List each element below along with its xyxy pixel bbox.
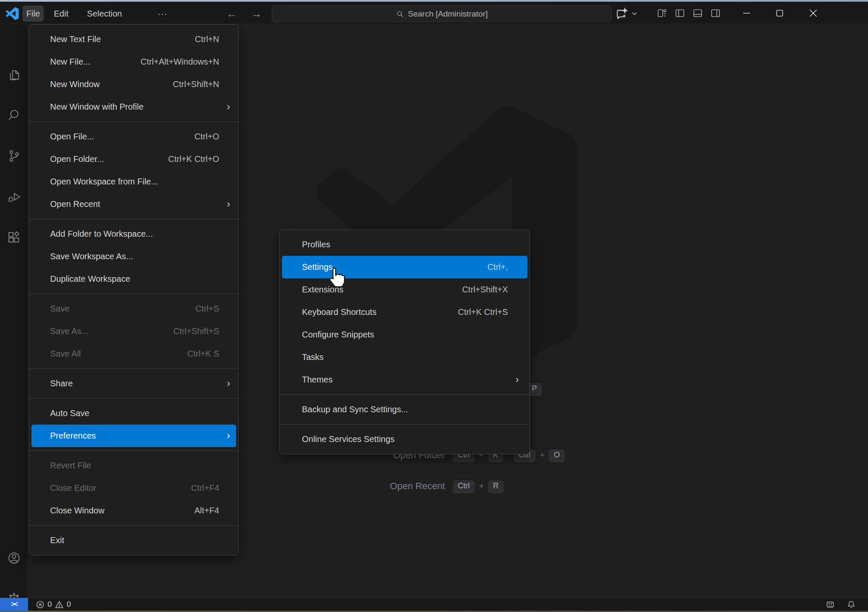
menu-item-new-window-with-profile[interactable]: New Window with Profile › <box>31 96 236 118</box>
menu-file[interactable]: File <box>23 6 44 22</box>
vscode-logo-icon <box>6 7 19 20</box>
menu-item-share[interactable]: Share › <box>31 372 236 395</box>
plus-separator: + <box>540 450 544 460</box>
navigate-forward-icon[interactable]: → <box>248 5 265 22</box>
menu-item-open-folder[interactable]: Open Folder... Ctrl+K Ctrl+O › <box>31 148 236 170</box>
search-sidebar-icon[interactable] <box>7 108 21 122</box>
menu-item-duplicate-workspace[interactable]: Duplicate Workspace › <box>31 268 236 290</box>
menu-item-label: Close Editor <box>50 483 181 493</box>
menu-item-label: New Window with Profile <box>50 102 209 112</box>
file-menu-dropdown: New Text File Ctrl+N › New File... Ctrl+… <box>29 24 239 555</box>
menu-item-label: Themes <box>302 375 498 385</box>
menu-item-label: Open Workspace from File... <box>50 177 209 187</box>
remote-indicator-button[interactable]: >< <box>0 598 28 611</box>
menu-item-themes[interactable]: Themes › <box>282 368 527 391</box>
mouse-cursor-hand <box>328 267 346 287</box>
menu-more[interactable]: ··· <box>151 6 175 22</box>
title-bar: File Edit Selection ··· ← → Search [Admi… <box>0 2 868 24</box>
source-control-icon[interactable] <box>7 149 21 163</box>
robot-icon[interactable] <box>825 599 835 609</box>
layout-controls <box>657 8 721 19</box>
menu-item-shortcut: Ctrl+S <box>195 304 219 314</box>
menu-item-label: New File... <box>50 57 130 67</box>
keycap: O <box>549 448 565 462</box>
menu-item-label: Keyboard Shortcuts <box>302 307 448 317</box>
run-debug-icon[interactable] <box>7 190 21 204</box>
menu-item-preferences[interactable]: Preferences › <box>31 425 236 447</box>
search-input[interactable]: Search [Administrator] <box>272 6 612 22</box>
menu-item-open-recent[interactable]: Open Recent › <box>31 193 236 215</box>
menu-item-revert-file: Revert File › <box>31 454 236 477</box>
menu-item-label: Configure Snippets <box>302 330 498 340</box>
close-button[interactable] <box>797 2 829 24</box>
menu-item-close-editor: Close Editor Ctrl+F4 › <box>31 477 236 499</box>
menu-edit[interactable]: Edit <box>48 6 74 22</box>
menu-item-shortcut: Ctrl+Alt+Windows+N <box>141 57 219 67</box>
close-icon <box>809 8 818 18</box>
search-placeholder: Search [Administrator] <box>408 9 488 19</box>
menu-item-new-file[interactable]: New File... Ctrl+Alt+Windows+N › <box>31 51 236 73</box>
toggle-primary-sidebar-icon[interactable] <box>674 8 685 19</box>
menu-item-label: Open Recent <box>50 199 209 209</box>
menu-selection[interactable]: Selection <box>80 6 129 22</box>
menu-item-shortcut: Ctrl+K S <box>187 349 219 359</box>
menu-item-open-workspace-from-file[interactable]: Open Workspace from File... › <box>31 170 236 193</box>
menu-item-configure-snippets[interactable]: Configure Snippets › <box>282 323 527 346</box>
menu-item-shortcut: Ctrl+N <box>195 34 219 44</box>
menu-item-extensions[interactable]: Extensions Ctrl+Shift+X › <box>282 278 527 301</box>
menu-item-open-file[interactable]: Open File... Ctrl+O › <box>31 125 236 148</box>
menu-item-label: Auto Save <box>50 408 209 418</box>
errors-icon <box>36 600 45 609</box>
menu-item-shortcut: Ctrl+, <box>488 262 508 272</box>
submenu-chevron-icon: › <box>219 101 230 113</box>
menu-item-close-window[interactable]: Close Window Alt+F4 › <box>31 499 236 522</box>
screen-top-edge <box>0 0 868 2</box>
menu-item-label: Duplicate Workspace <box>50 274 209 284</box>
menu-item-add-folder-to-workspace[interactable]: Add Folder to Workspace... › <box>31 223 236 245</box>
menu-item-new-text-file[interactable]: New Text File Ctrl+N › <box>31 28 236 51</box>
navigate-back-icon[interactable]: ← <box>223 5 240 22</box>
toggle-secondary-sidebar-icon[interactable] <box>710 8 721 19</box>
menu-item-online-services-settings[interactable]: Online Services Settings › <box>282 428 527 450</box>
menu-item-label: Backup and Sync Settings... <box>302 405 498 414</box>
menu-item-new-window[interactable]: New Window Ctrl+Shift+N › <box>31 73 236 96</box>
menu-separator <box>29 368 238 369</box>
menu-item-profiles[interactable]: Profiles › <box>282 233 527 256</box>
extensions-icon[interactable] <box>7 230 21 245</box>
menu-separator <box>29 122 238 122</box>
status-bar: >< 0 0 <box>0 598 868 611</box>
warning-count: 0 <box>67 600 71 609</box>
account-icon[interactable] <box>7 551 21 565</box>
menu-item-label: Online Services Settings <box>302 434 498 444</box>
menu-item-label: Tasks <box>302 352 498 362</box>
menu-item-save-workspace-as[interactable]: Save Workspace As... › <box>31 245 236 268</box>
submenu-chevron-icon: › <box>219 198 230 210</box>
menu-item-label: Preferences <box>50 431 209 441</box>
menu-item-label: Save All <box>50 349 177 359</box>
copilot-button[interactable] <box>615 6 639 21</box>
menu-item-settings[interactable]: Settings Ctrl+, › <box>282 256 527 278</box>
menu-item-exit[interactable]: Exit › <box>31 529 236 552</box>
error-count: 0 <box>48 600 52 609</box>
menu-item-tasks[interactable]: Tasks › <box>282 346 527 368</box>
minimize-button[interactable] <box>730 2 763 24</box>
menu-item-label: Revert File <box>50 461 209 470</box>
toggle-panel-icon[interactable] <box>692 8 703 19</box>
menu-item-save-all: Save All Ctrl+K S › <box>31 343 236 365</box>
customize-layout-icon[interactable] <box>657 8 668 19</box>
menu-item-label: Exit <box>50 536 209 545</box>
menu-item-shortcut: Ctrl+K Ctrl+S <box>458 307 508 317</box>
vscode-window: File Edit Selection ··· ← → Search [Admi… <box>0 0 868 612</box>
maximize-button[interactable] <box>764 2 796 24</box>
menu-item-label: Save As... <box>50 326 163 336</box>
menu-item-shortcut: Ctrl+Shift+X <box>462 285 508 295</box>
bell-icon[interactable] <box>846 600 856 609</box>
menu-item-backup-and-sync-settings[interactable]: Backup and Sync Settings... › <box>282 398 527 421</box>
problems-button[interactable]: 0 0 <box>36 598 71 611</box>
menu-item-keyboard-shortcuts[interactable]: Keyboard Shortcuts Ctrl+K Ctrl+S › <box>282 301 527 323</box>
search-icon <box>396 10 404 18</box>
warnings-icon <box>55 600 64 609</box>
explorer-icon[interactable] <box>7 68 21 82</box>
menu-separator <box>29 398 238 399</box>
menu-item-auto-save[interactable]: Auto Save › <box>31 402 236 425</box>
